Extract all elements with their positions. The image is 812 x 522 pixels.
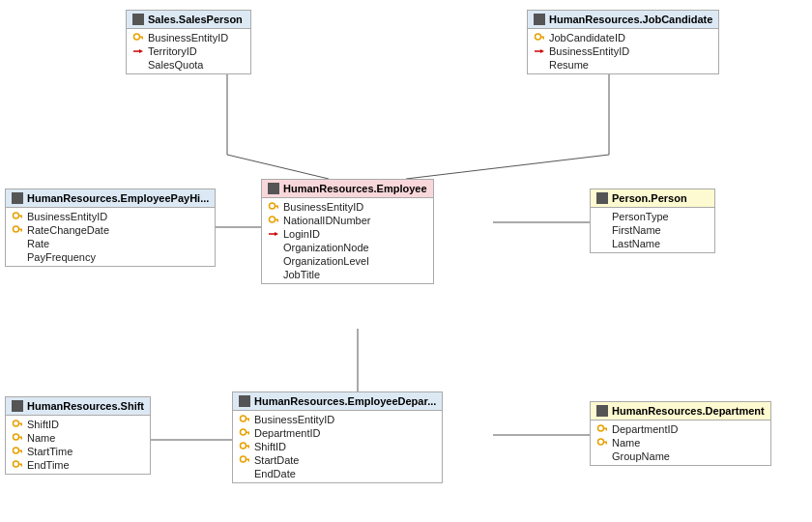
field-row-employeeDepart-0: BusinessEntityID	[233, 413, 442, 426]
field-name-personPerson-0: PersonType	[612, 211, 669, 222]
table-header-employeeDepart: HumanResources.EmployeeDepar...	[233, 392, 442, 411]
svg-rect-32	[18, 199, 22, 203]
field-name-employeeDepart-3: StartDate	[254, 454, 299, 466]
svg-rect-69	[18, 464, 22, 466]
field-icon-shift-1	[12, 432, 23, 444]
field-name-employee-3: OrganizationNode	[283, 242, 369, 253]
svg-rect-93	[606, 429, 608, 431]
table-body-employeeDepart: BusinessEntityIDDepartmentIDShiftIDStart…	[233, 411, 442, 482]
field-icon-shift-3	[12, 459, 23, 471]
field-icon-shift-2	[12, 446, 23, 457]
table-header-personPerson: Person.Person	[591, 189, 714, 208]
field-name-salesPerson-0: BusinessEntityID	[148, 32, 228, 44]
svg-point-94	[598, 439, 604, 445]
table-header-employee: HumanResources.Employee	[262, 180, 433, 198]
field-name-employee-4: OrganizationLevel	[283, 255, 369, 267]
svg-rect-13	[133, 20, 137, 24]
field-icon-department-1	[596, 437, 608, 449]
field-icon-salesPerson-2	[132, 59, 144, 71]
field-name-salesPerson-2: SalesQuota	[148, 59, 203, 71]
svg-point-81	[241, 443, 246, 449]
svg-rect-25	[540, 37, 544, 39]
field-name-employeePayHi-3: PayFrequency	[27, 251, 96, 263]
field-row-employee-1: NationalIDNumber	[262, 214, 433, 227]
field-name-department-0: DepartmentID	[612, 423, 678, 435]
svg-marker-19	[139, 49, 143, 53]
svg-rect-96	[606, 443, 608, 445]
field-row-personPerson-1: FirstName	[591, 223, 714, 237]
svg-rect-30	[18, 193, 22, 197]
svg-rect-22	[535, 20, 538, 24]
table-title-jobCandidate: HumanResources.JobCandidate	[549, 14, 712, 25]
field-row-department-2: GroupName	[591, 450, 770, 463]
svg-line-1	[227, 155, 329, 179]
svg-point-68	[14, 461, 19, 467]
field-row-employee-0: BusinessEntityID	[262, 200, 433, 214]
field-row-jobCandidate-1: BusinessEntityID	[528, 44, 718, 58]
svg-point-78	[241, 429, 246, 435]
svg-rect-14	[139, 20, 143, 24]
svg-rect-63	[18, 437, 22, 439]
field-row-employeePayHi-3: PayFrequency	[6, 250, 215, 264]
field-icon-employeePayHi-0	[12, 211, 23, 222]
svg-rect-26	[543, 38, 545, 40]
table-employeePayHi[interactable]: HumanResources.EmployeePayHi...BusinessE…	[5, 188, 216, 267]
table-grid-icon-jobCandidate	[534, 14, 545, 25]
svg-rect-90	[603, 412, 607, 416]
table-title-department: HumanResources.Department	[612, 405, 765, 417]
svg-rect-60	[18, 423, 22, 425]
svg-rect-29	[13, 193, 16, 197]
svg-point-62	[14, 434, 19, 440]
field-row-salesPerson-0: BusinessEntityID	[127, 31, 250, 44]
field-icon-salesPerson-1	[132, 45, 144, 57]
field-row-department-0: DepartmentID	[591, 422, 770, 436]
field-name-department-1: Name	[612, 437, 640, 449]
table-department[interactable]: HumanResources.DepartmentDepartmentIDNam…	[590, 401, 771, 466]
field-row-salesPerson-1: TerritoryID	[127, 44, 250, 58]
field-name-shift-1: Name	[27, 432, 55, 444]
svg-rect-53	[597, 199, 601, 203]
svg-rect-38	[21, 230, 23, 232]
svg-point-36	[14, 226, 19, 232]
svg-rect-82	[246, 446, 249, 448]
field-name-shift-3: EndTime	[27, 459, 70, 471]
field-name-employeeDepart-4: EndDate	[254, 468, 296, 479]
svg-rect-31	[13, 199, 16, 203]
table-header-shift: HumanResources.Shift	[6, 397, 150, 416]
field-icon-department-2	[596, 450, 608, 462]
svg-rect-77	[248, 420, 250, 421]
table-body-department: DepartmentIDNameGroupName	[591, 420, 770, 465]
table-salesPerson[interactable]: Sales.SalesPersonBusinessEntityIDTerrito…	[126, 10, 251, 74]
table-title-employee: HumanResources.Employee	[283, 183, 427, 194]
table-employeeDepart[interactable]: HumanResources.EmployeeDepar...BusinessE…	[232, 392, 443, 483]
svg-rect-57	[13, 407, 16, 411]
svg-rect-76	[246, 419, 249, 420]
table-shift[interactable]: HumanResources.ShiftShiftIDNameStartTime…	[5, 396, 151, 475]
table-grid-icon-employeePayHi	[12, 192, 23, 204]
field-row-jobCandidate-2: Resume	[528, 58, 718, 72]
table-employee[interactable]: HumanResources.EmployeeBusinessEntityIDN…	[261, 179, 434, 284]
field-row-personPerson-0: PersonType	[591, 210, 714, 223]
field-row-jobCandidate-0: JobCandidateID	[528, 31, 718, 44]
table-jobCandidate[interactable]: HumanResources.JobCandidateJobCandidateI…	[527, 10, 719, 74]
field-row-personPerson-2: LastName	[591, 237, 714, 250]
svg-rect-44	[275, 206, 278, 208]
svg-rect-34	[18, 216, 22, 218]
svg-rect-45	[277, 207, 279, 209]
svg-rect-48	[277, 220, 279, 222]
table-body-shift: ShiftIDNameStartTimeEndTime	[6, 416, 150, 474]
table-header-employeePayHi: HumanResources.EmployeePayHi...	[6, 189, 215, 208]
field-icon-employeePayHi-2	[12, 238, 23, 249]
svg-rect-23	[540, 20, 544, 24]
svg-marker-50	[275, 232, 278, 236]
svg-rect-72	[246, 396, 249, 400]
table-title-employeePayHi: HumanResources.EmployeePayHi...	[27, 192, 209, 204]
svg-point-84	[241, 456, 246, 462]
svg-rect-89	[597, 412, 601, 416]
field-name-employee-2: LoginID	[283, 228, 320, 240]
svg-rect-37	[18, 229, 22, 231]
table-personPerson[interactable]: Person.PersonPersonTypeFirstNameLastName	[590, 188, 715, 253]
svg-point-75	[241, 416, 246, 421]
svg-rect-54	[603, 199, 607, 203]
field-row-employeeDepart-2: ShiftID	[233, 440, 442, 453]
